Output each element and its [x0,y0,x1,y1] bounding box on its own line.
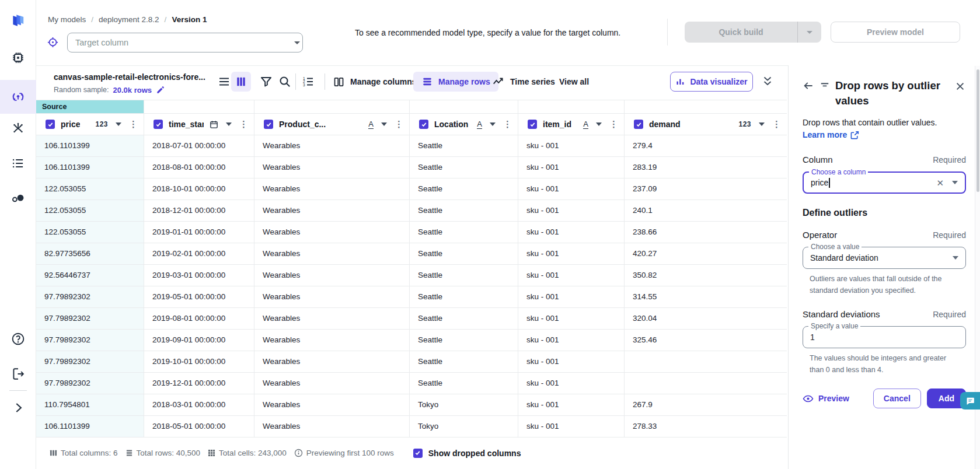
edit-sample-pencil-icon[interactable] [156,85,165,94]
column-checkbox[interactable] [528,120,537,129]
column-header-product-c-[interactable]: Product_c...A⋮ [254,114,410,135]
source-step-tag[interactable]: Source [36,100,144,113]
help-icon[interactable] [11,331,26,346]
chevron-down-icon[interactable] [952,181,958,184]
target-column-caret-icon[interactable] [294,41,300,47]
column-kebab-icon[interactable]: ⋮ [772,120,781,129]
sample-rows-value[interactable]: 20.0k rows [113,86,152,94]
chat-widget-button[interactable] [960,392,980,410]
manage-rows-button[interactable]: Manage rows [413,72,498,92]
hub-icon[interactable] [11,121,26,136]
preview-model-button[interactable]: Preview model [831,22,960,43]
column-menu-caret-icon[interactable] [116,123,121,126]
quick-build-caret-icon[interactable] [798,22,821,43]
manage-columns-button[interactable]: Manage columns [333,72,417,92]
column-menu-caret-icon[interactable] [596,123,602,126]
list-view-icon[interactable] [217,75,231,89]
column-checkbox[interactable] [154,120,163,129]
logout-icon[interactable] [11,366,26,382]
column-header-price[interactable]: price123⋮ [36,114,144,135]
table-cell: Seattle [410,178,518,200]
column-kebab-icon[interactable]: ⋮ [239,120,248,129]
table-cell: 122.053055 [36,222,144,243]
numbered-list-icon[interactable]: 123 [301,75,315,89]
list-icon[interactable] [11,156,26,171]
back-arrow-icon[interactable] [803,80,814,92]
column-checkbox[interactable] [419,120,428,129]
stddev-input[interactable]: Specify a value 1 [803,326,966,348]
status-item: Previewing first 100 rows [294,449,394,457]
column-checkbox[interactable] [46,120,55,129]
filter-lines-icon [819,80,831,92]
table-cell: 283.19 [625,157,787,178]
rows-count-icon [125,449,133,457]
table-cell: sku - 001 [518,308,625,330]
table-cell: Wearables [254,135,410,157]
field-floating-label: Choose a column [809,168,868,176]
text-type-icon: A [583,120,588,129]
scrollbar-thumb[interactable] [976,69,979,192]
operator-select[interactable]: Choose a value Standard deviation [803,247,966,269]
learn-more-link[interactable]: Learn more [803,130,859,139]
column-menu-caret-icon[interactable] [381,123,387,126]
column-header-demand[interactable]: demand123⋮ [625,114,787,135]
column-header-time-stamp[interactable]: time_stamp⋮ [144,114,254,135]
column-header-item-id[interactable]: item_idA⋮ [518,114,625,135]
column-kebab-icon[interactable]: ⋮ [503,120,512,129]
toolbar-divider [295,74,296,90]
time-series-button[interactable]: Time series [492,72,555,92]
table-cell: Wearables [254,330,410,351]
chevron-down-icon[interactable] [953,256,958,260]
table-cell: sku - 001 [518,222,625,243]
table-cell: 2018-08-01 00:00:00 [144,157,254,178]
table-cell: 2019-01-01 00:00:00 [144,222,254,243]
filter-icon[interactable] [259,75,273,89]
table-cell: 110.7954801 [36,394,144,416]
svg-text:3: 3 [303,83,305,87]
table-cell: 2019-03-01 00:00:00 [144,265,254,286]
band-cell [518,100,625,114]
table-cell: 350.82 [625,265,787,286]
column-kebab-icon[interactable]: ⋮ [129,120,138,129]
column-kebab-icon[interactable]: ⋮ [395,120,403,129]
column-checkbox[interactable] [264,120,273,129]
canvas-model-icon[interactable] [11,89,26,104]
data-visualizer-button[interactable]: Data visualizer [670,72,753,92]
column-menu-caret-icon[interactable] [226,123,232,126]
view-all-button[interactable]: View all [559,72,589,92]
external-link-icon [850,131,859,139]
expand-icon[interactable] [11,400,26,415]
close-icon[interactable] [954,80,966,92]
choose-column-input[interactable]: Choose a column price ✕ [803,172,966,194]
field-floating-label: Choose a value [808,243,862,251]
search-icon[interactable] [278,75,292,89]
operator-section-label: Operator [803,230,837,240]
show-dropped-checkbox[interactable] [413,449,423,458]
column-view-icon[interactable] [231,72,251,92]
column-kebab-icon[interactable]: ⋮ [609,120,618,129]
table-cell: Seattle [410,200,518,222]
compute-icon[interactable] [11,50,26,65]
choose-column-value: price [811,178,828,187]
column-header-location[interactable]: LocationA⋮ [410,114,518,135]
column-menu-caret-icon[interactable] [490,123,496,126]
breadcrumb-deployment[interactable]: deployment 2.8.2 [99,15,159,24]
app-logo[interactable] [11,13,26,28]
clear-icon[interactable]: ✕ [936,178,944,187]
table-row: 122.0530552018-12-01 00:00:00WearablesSe… [36,200,787,222]
target-column-input[interactable] [67,33,303,52]
versions-icon[interactable] [11,191,26,206]
table-cell: 2018-07-01 00:00:00 [144,135,254,157]
cancel-button[interactable]: Cancel [873,388,921,408]
table-cell: 2019-05-01 00:00:00 [144,286,254,308]
breadcrumb-my-models[interactable]: My models [48,15,86,24]
column-checkbox[interactable] [634,120,643,129]
table-row: 106.11013992018-08-01 00:00:00WearablesS… [36,157,787,178]
show-dropped-columns-toggle[interactable]: Show dropped columns [413,449,521,458]
table-cell: Wearables [254,157,410,178]
double-chevron-down-icon[interactable] [761,75,775,89]
band-cell [410,100,518,114]
preview-button[interactable]: Preview [803,393,849,404]
column-menu-caret-icon[interactable] [759,123,765,126]
quick-build-button[interactable]: Quick build [685,22,821,43]
